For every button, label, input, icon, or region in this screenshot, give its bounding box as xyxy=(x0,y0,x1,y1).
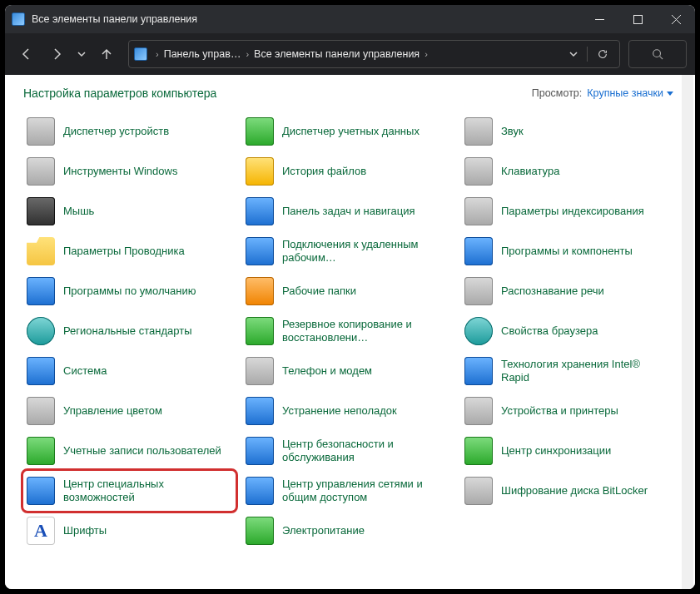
cp-item[interactable]: Центр синхронизации xyxy=(461,431,673,471)
control-panel-window: Все элементы панели управления › Панель … xyxy=(5,5,695,589)
cp-item-icon xyxy=(27,317,55,345)
cp-item-label: Звук xyxy=(501,125,524,138)
cp-item-icon xyxy=(27,397,55,425)
breadcrumb-dropdown[interactable] xyxy=(563,41,583,67)
cp-item[interactable]: Электропитание xyxy=(242,511,454,551)
cp-item-label: Программы по умолчанию xyxy=(63,285,196,298)
app-icon xyxy=(12,12,25,26)
page-title: Настройка параметров компьютера xyxy=(23,87,532,100)
cp-item[interactable]: Управление цветом xyxy=(23,391,236,431)
items-grid: Диспетчер устройствДиспетчер учетных дан… xyxy=(23,111,673,551)
cp-item[interactable]: Шифрование диска BitLocker xyxy=(461,471,673,511)
cp-item[interactable]: Устранение неполадок xyxy=(242,391,454,431)
up-button[interactable] xyxy=(93,41,120,67)
search-icon xyxy=(652,48,663,60)
cp-item-icon xyxy=(27,237,55,265)
cp-item[interactable]: Резервное копирование и восстановлени… xyxy=(242,311,454,351)
maximize-button[interactable] xyxy=(618,5,657,33)
cp-item-label: Программы и компоненты xyxy=(501,245,633,258)
cp-item-icon xyxy=(27,157,55,186)
breadcrumb-part[interactable]: Панель управ… xyxy=(164,48,241,60)
cp-item-label: Панель задач и навигация xyxy=(282,205,415,218)
recent-dropdown[interactable] xyxy=(73,41,90,67)
cp-item-label: Устройства и принтеры xyxy=(501,404,618,418)
cp-item[interactable]: Параметры Проводника xyxy=(23,231,236,271)
cp-item[interactable]: Панель задач и навигация xyxy=(242,191,454,231)
cp-item[interactable]: Телефон и модем xyxy=(242,351,454,391)
cp-item-icon xyxy=(27,197,55,225)
cp-item[interactable]: Программы и компоненты xyxy=(461,231,673,271)
scrollbar[interactable] xyxy=(682,75,693,589)
cp-item-icon xyxy=(246,197,274,225)
chevron-right-icon[interactable]: › xyxy=(424,49,428,59)
cp-item[interactable]: Региональные стандарты xyxy=(23,311,236,351)
cp-item-label: Параметры индексирования xyxy=(501,205,644,218)
cp-item-icon xyxy=(246,317,274,345)
titlebar: Все элементы панели управления xyxy=(5,5,695,33)
cp-item[interactable]: Подключения к удаленным рабочим… xyxy=(242,231,454,271)
cp-item-label: Региональные стандарты xyxy=(63,324,191,338)
cp-item-label: Резервное копирование и восстановлени… xyxy=(282,318,451,345)
cp-item-icon xyxy=(27,277,55,305)
cp-item-icon xyxy=(246,117,274,146)
cp-item[interactable]: Инструменты Windows xyxy=(23,151,236,191)
cp-item-icon xyxy=(246,237,274,265)
breadcrumb-part[interactable]: Все элементы панели управления xyxy=(254,48,420,60)
cp-item[interactable]: Технология хранения Intel® Rapid xyxy=(461,351,673,391)
cp-item[interactable]: Клавиатура xyxy=(461,151,673,191)
svg-rect-1 xyxy=(633,15,642,23)
cp-item-label: Управление цветом xyxy=(63,404,162,418)
cp-item[interactable]: Центр безопасности и обслуживания xyxy=(242,431,454,471)
view-value: Крупные значки xyxy=(587,87,663,99)
cp-item[interactable]: Параметры индексирования xyxy=(461,191,673,231)
back-button[interactable] xyxy=(13,41,40,67)
cp-item[interactable]: История файлов xyxy=(242,151,454,191)
view-dropdown[interactable]: Крупные значки xyxy=(587,87,673,99)
cp-item-icon xyxy=(464,397,493,425)
cp-item[interactable]: Диспетчер устройств xyxy=(23,111,236,151)
cp-item[interactable]: AШрифты xyxy=(23,511,236,551)
cp-item-label: Центр специальных возможностей xyxy=(63,478,232,505)
cp-item-label: Параметры Проводника xyxy=(63,245,185,258)
cp-item-label: Технология хранения Intel® Rapid xyxy=(501,358,670,385)
cp-item[interactable]: Центр управления сетями и общим доступом xyxy=(242,471,454,511)
cp-item-label: Электропитание xyxy=(282,524,365,537)
cp-item-label: Центр синхронизации xyxy=(501,444,611,458)
cp-item-label: Диспетчер устройств xyxy=(63,125,169,138)
cp-item-label: Распознавание речи xyxy=(501,285,604,298)
refresh-button[interactable] xyxy=(591,41,614,67)
minimize-button[interactable] xyxy=(580,5,618,33)
cp-item[interactable]: Диспетчер учетных данных xyxy=(242,111,454,151)
search-input[interactable] xyxy=(628,40,687,68)
cp-item[interactable]: Учетные записи пользователей xyxy=(23,431,236,471)
breadcrumb[interactable]: › Панель управ… › Все элементы панели уп… xyxy=(128,40,620,68)
chevron-down-icon xyxy=(667,92,673,96)
location-icon xyxy=(134,47,147,61)
cp-item[interactable]: Звук xyxy=(461,111,673,151)
svg-line-5 xyxy=(660,57,663,60)
cp-item-icon xyxy=(27,357,55,385)
cp-item-icon xyxy=(464,317,493,345)
cp-item-icon xyxy=(464,477,493,505)
cp-item-icon xyxy=(464,197,493,225)
chevron-right-icon[interactable]: › xyxy=(156,49,159,59)
separator xyxy=(587,47,588,62)
cp-item[interactable]: Центр специальных возможностей xyxy=(21,468,238,513)
forward-button[interactable] xyxy=(43,41,70,67)
cp-item[interactable]: Мышь xyxy=(23,191,236,231)
cp-item[interactable]: Программы по умолчанию xyxy=(23,271,236,311)
close-button[interactable] xyxy=(657,5,695,33)
cp-item-icon xyxy=(464,437,493,465)
cp-item-icon xyxy=(27,437,55,465)
cp-item-label: Центр управления сетями и общим доступом xyxy=(282,478,451,505)
view-label: Просмотр: xyxy=(532,87,583,99)
cp-item[interactable]: Рабочие папки xyxy=(242,271,454,311)
cp-item-icon xyxy=(464,117,493,146)
cp-item[interactable]: Распознавание речи xyxy=(461,271,673,311)
cp-item[interactable]: Система xyxy=(23,351,236,391)
cp-item[interactable]: Устройства и принтеры xyxy=(461,391,673,431)
cp-item-icon xyxy=(27,477,55,505)
cp-item[interactable]: Свойства браузера xyxy=(461,311,673,351)
chevron-right-icon[interactable]: › xyxy=(246,49,249,59)
cp-item-icon xyxy=(464,237,493,265)
